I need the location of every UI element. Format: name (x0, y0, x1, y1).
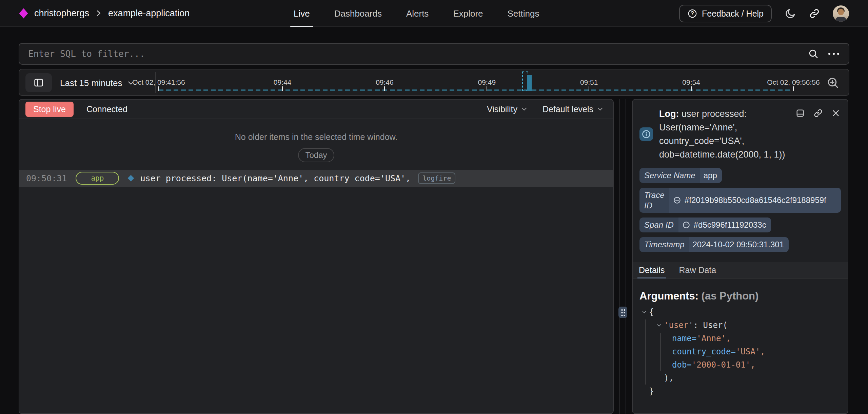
breadcrumb-project[interactable]: example-application (108, 8, 190, 19)
code-line: country_code='USA', (641, 345, 848, 358)
timeline-tick-mark (384, 86, 385, 91)
theme-toggle-button[interactable] (785, 8, 796, 19)
sql-bar-actions (808, 48, 839, 59)
timeline-tick-mark (158, 86, 159, 91)
timeline-axis[interactable]: Oct 02, 09:41:56 Oct 02, 09:56:56 09:440… (159, 69, 793, 97)
stop-live-button[interactable]: Stop live (25, 102, 74, 117)
code-token: 'user' (664, 320, 693, 330)
splitter-track-line (626, 99, 626, 414)
svg-text:?: ? (691, 11, 694, 16)
expand-chevron-icon[interactable] (642, 309, 647, 315)
panel-bottom-icon (795, 108, 805, 118)
field-label: Trace ID (639, 188, 669, 213)
timeline-tick-mark (691, 86, 692, 91)
code-token: 'USA' (736, 347, 760, 356)
time-range-dropdown[interactable]: Last 15 minutes (60, 69, 135, 97)
field-label: Timestamp (639, 237, 689, 252)
chevron-down-icon (521, 106, 528, 112)
close-icon (831, 109, 840, 118)
logfire-app: christophergs example-application Live D… (0, 0, 868, 414)
feedback-help-button[interactable]: ? Feedback / Help (679, 5, 772, 22)
log-tag-badge[interactable]: logfire (418, 172, 455, 184)
sidebar-toggle-button[interactable] (25, 73, 52, 92)
code-token: dob= (672, 360, 692, 370)
more-options-button[interactable] (828, 53, 839, 55)
trace-id-field[interactable]: Trace ID #f2019b98b550cd8a61546c2f918895… (639, 188, 841, 213)
code-token: , (726, 334, 731, 343)
live-panel-header: Stop live Connected Visibility Default l… (19, 100, 613, 119)
details-fields: Service Name app Trace ID #f2019b98b550c… (633, 164, 848, 257)
tab-raw-data[interactable]: Raw Data (679, 262, 716, 278)
top-nav: christophergs example-application Live D… (0, 0, 868, 27)
code-token: , (750, 360, 755, 370)
arguments-heading-main: Arguments: (639, 290, 698, 302)
code-token: { (649, 307, 654, 317)
avatar-body (835, 17, 846, 22)
timeline-zoom-button[interactable] (826, 76, 840, 90)
service-name-field: Service Name app (639, 168, 722, 183)
sql-filter-input[interactable] (19, 44, 808, 64)
tab-details[interactable]: Details (639, 262, 665, 278)
timeline-tick-label: 09:51 (580, 78, 598, 86)
avatar-face (838, 9, 844, 15)
today-button[interactable]: Today (298, 148, 334, 162)
code-token: : (693, 320, 703, 330)
arguments-heading-sub: (as Python) (698, 290, 758, 302)
dock-panel-button[interactable] (795, 108, 805, 118)
tab-settings[interactable]: Settings (506, 0, 541, 27)
user-avatar[interactable] (833, 5, 849, 22)
share-link-button[interactable] (809, 8, 820, 19)
info-icon (641, 129, 651, 139)
code-line: name='Anne', (641, 332, 848, 345)
timeline-baseline (159, 89, 793, 91)
sql-filter-bar (19, 43, 849, 65)
default-levels-dropdown[interactable]: Default levels (542, 104, 604, 114)
service-badge[interactable]: app (76, 172, 119, 185)
default-levels-label: Default levels (542, 104, 593, 114)
code-line: } (641, 385, 848, 398)
close-panel-button[interactable] (831, 108, 840, 118)
visibility-label: Visibility (487, 104, 517, 114)
link-icon (813, 108, 823, 118)
timeline-end-label: Oct 02, 09:56:56 (767, 78, 820, 86)
breadcrumb-org[interactable]: christophergs (34, 8, 89, 19)
log-row[interactable]: 09:50:31 app user processed: User(name='… (19, 170, 613, 187)
code-token: name= (672, 334, 696, 343)
question-circle-icon: ? (687, 8, 697, 19)
expand-chevron-icon[interactable] (656, 323, 662, 328)
timeline-tick-mark (589, 86, 589, 91)
arguments-code: {'user': User(name='Anne',country_code='… (641, 306, 848, 398)
copy-link-button[interactable] (813, 108, 823, 118)
empty-state: No older items in the selected time wind… (19, 119, 613, 162)
logfire-logo-icon[interactable] (19, 8, 28, 19)
code-token: 'Anne' (696, 334, 726, 343)
ellipsis-icon (828, 53, 839, 55)
search-icon (808, 48, 819, 59)
code-line: 'user': User( (641, 319, 848, 332)
search-button[interactable] (808, 48, 819, 59)
chevron-down-icon (597, 106, 604, 112)
timeline-spike[interactable] (522, 71, 534, 91)
tab-live[interactable]: Live (292, 0, 311, 27)
live-view-panel: Stop live Connected Visibility Default l… (19, 99, 614, 414)
timeline-tick-label: 09:49 (478, 78, 496, 86)
tab-alerts[interactable]: Alerts (405, 0, 430, 27)
timeline-tick-label: 09:46 (376, 78, 394, 86)
tab-explore[interactable]: Explore (452, 0, 484, 27)
panel-resize-handle[interactable] (618, 307, 627, 318)
visibility-dropdown[interactable]: Visibility (487, 104, 528, 114)
arguments-heading: Arguments: (as Python) (639, 290, 841, 302)
info-level-tile (639, 127, 653, 141)
timeline-tick-mark (487, 86, 487, 91)
field-value: app (700, 168, 722, 183)
drag-dots-icon (621, 309, 625, 316)
log-message: user processed: User(name='Anne', countr… (140, 173, 411, 183)
code-line: { (641, 306, 848, 319)
tab-dashboards[interactable]: Dashboards (333, 0, 383, 27)
empty-state-message: No older items in the selected time wind… (19, 132, 613, 142)
span-id-field[interactable]: Span ID #d5c996f11192033c (639, 218, 771, 232)
moon-icon (785, 8, 796, 19)
zoom-in-icon (826, 76, 840, 90)
breadcrumb: christophergs example-application (19, 8, 190, 19)
timeline-bar: Last 15 minutes Oct 02, 09:41:56 Oct 02,… (19, 69, 849, 96)
